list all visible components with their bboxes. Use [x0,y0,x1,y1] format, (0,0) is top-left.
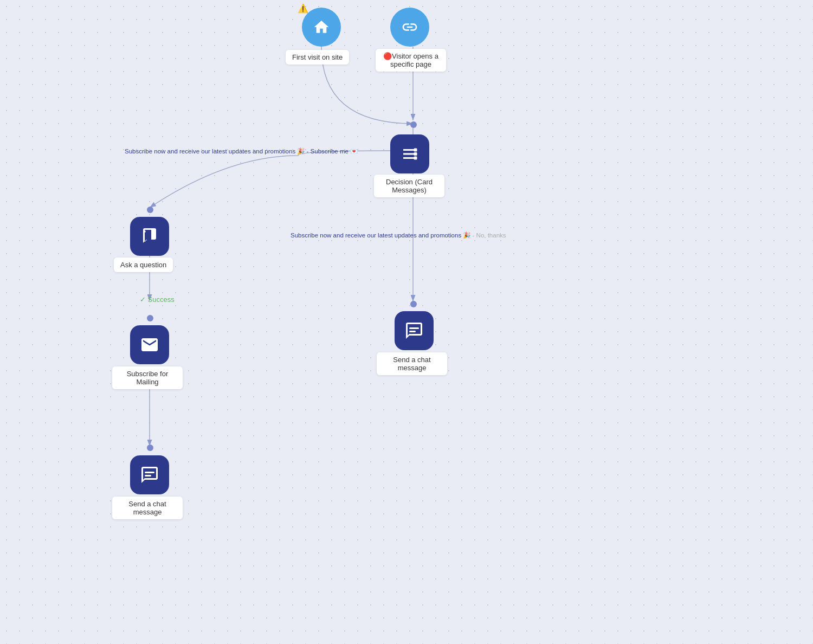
ask-question-icon [130,217,169,256]
edge-label-subscribe-yes: Subscribe now and receive our latest upd… [125,147,358,155]
chat-bottom-svg [140,465,159,485]
subscribe-mailing-entry-dot [147,315,153,321]
svg-rect-7 [409,327,419,329]
first-visit-icon [302,8,341,47]
success-label: ✓ Success [140,295,175,304]
svg-rect-1 [414,149,417,152]
visitor-opens-text: 🔴Visitor opens a specific page [383,52,438,68]
svg-rect-4 [144,231,146,233]
svg-rect-3 [414,157,417,160]
chat-right-label: Send a chat message [377,352,447,375]
ask-question-entry-dot [147,207,153,213]
visitor-opens-label: 🔴Visitor opens a specific page [376,49,446,72]
svg-rect-2 [414,152,417,156]
chat-bottom-label: Send a chat message [112,497,183,519]
svg-rect-6 [145,475,151,476]
home-svg [313,18,330,36]
no-thanks-suffix: - No, thanks [473,232,506,239]
chat-right-entry-dot [410,301,417,307]
visitor-opens-icon [390,8,429,47]
ask-question-label: Ask a question [114,257,173,272]
decision-svg [400,144,420,164]
chat-right-svg [404,321,424,340]
subscribe-yes-text: Subscribe now and receive our latest upd… [125,148,358,154]
warning-icon: ⚠️ [298,3,308,14]
question-svg [140,227,159,246]
link-svg [401,18,418,36]
edge-label-no-thanks: Subscribe now and receive our latest upd… [291,231,506,239]
svg-rect-5 [145,472,154,473]
decision-icon [390,134,429,173]
merge-dot [410,121,417,128]
first-visit-label: First visit on site [286,50,349,65]
subscribe-mailing-icon [130,325,169,364]
flow-canvas: ⚠️ First visit on site 🔴Visitor opens a … [0,0,813,644]
mailing-svg [140,335,159,355]
decision-label: Decision (Card Messages) [374,175,444,197]
chat-bottom-icon [130,455,169,494]
no-thanks-prefix: Subscribe now and receive our latest upd… [291,232,473,239]
chat-right-icon [395,311,434,350]
svg-rect-8 [409,331,416,332]
chat-bottom-entry-dot [147,445,153,451]
no-thanks-text: Subscribe now and receive our latest upd… [291,232,506,239]
subscribe-mailing-label: Subscribe for Mailing [112,366,183,389]
